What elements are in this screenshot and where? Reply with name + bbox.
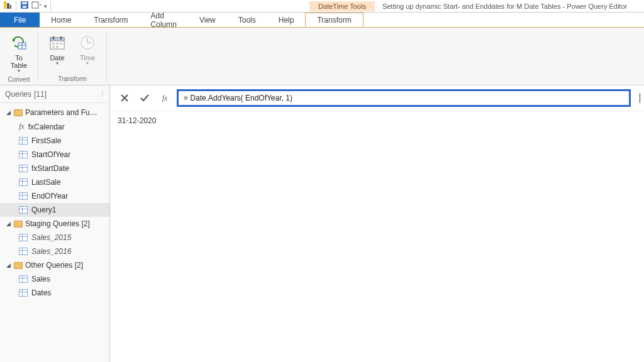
tree-group[interactable]: ◢Other Queries [2]: [0, 258, 109, 272]
queries-title: Queries: [5, 90, 31, 99]
qat-dropdown-icon[interactable]: ▾: [44, 3, 47, 9]
table-icon: [19, 178, 28, 186]
separator: [50, 1, 51, 11]
ribbon-body: To Table ▾ Convert Date ▾ Time ▾ Tr: [0, 28, 644, 85]
chevron-left-icon[interactable]: 〈: [97, 89, 104, 99]
separator: [16, 1, 16, 11]
queries-pane: Queries [11] 〈 ◢Parameters and Fu…fxfxCa…: [0, 85, 110, 362]
date-button[interactable]: Date ▾: [43, 31, 71, 67]
tree-item-label: Sales: [31, 275, 50, 283]
tab-file[interactable]: File: [0, 13, 40, 27]
table-icon: [19, 206, 28, 214]
result-value: 31-12-2020: [118, 116, 156, 125]
table-icon: [19, 289, 28, 297]
contextual-tab-label: DateTime Tools: [309, 1, 375, 11]
svg-rect-5: [23, 6, 26, 8]
tree-item[interactable]: Sales: [0, 272, 109, 286]
tree-item[interactable]: EndOfYear: [0, 189, 109, 203]
tree-item[interactable]: Sales_2016: [0, 244, 109, 258]
tree-item-label: Sales_2015: [31, 233, 71, 242]
tree-item-label: Sales_2016: [31, 247, 71, 256]
queries-count: [11]: [34, 90, 47, 99]
chevron-down-icon: ▾: [86, 62, 89, 65]
svg-rect-11: [50, 38, 64, 41]
tree-group-label: Parameters and Fu…: [25, 108, 97, 117]
save-icon[interactable]: [19, 0, 30, 12]
tree-item-label: LastSale: [31, 178, 61, 187]
group-label-transform: Transform: [58, 74, 86, 84]
table-icon: [19, 275, 28, 283]
fx-icon: fx: [19, 122, 25, 131]
tree-item[interactable]: StartOfYear: [0, 148, 109, 162]
svg-rect-0: [4, 1, 6, 9]
tree-item[interactable]: Sales_2015: [0, 231, 109, 244]
tree-item[interactable]: Dates: [0, 286, 109, 300]
tree-group-label: Staging Queries [2]: [25, 219, 90, 228]
commit-button[interactable]: [136, 90, 153, 106]
date-icon: [48, 33, 66, 53]
svg-rect-6: [32, 2, 38, 8]
tab-home[interactable]: Home: [40, 13, 82, 27]
queries-tree: ◢Parameters and Fu…fxfxCalendarFirstSale…: [0, 103, 109, 302]
undo-dropdown-icon[interactable]: [31, 0, 42, 12]
formula-text: = Date.AddYears( EndOfYear, 1): [184, 94, 292, 102]
tree-item-label: Dates: [31, 288, 51, 297]
tree-item-label: Query1: [31, 206, 56, 214]
group-label-convert: Convert: [8, 74, 30, 84]
chevron-down-icon: ▾: [56, 62, 58, 65]
tree-group-label: Other Queries [2]: [25, 261, 83, 270]
folder-icon: [14, 262, 23, 269]
svg-rect-18: [56, 46, 58, 48]
time-button[interactable]: Time ▾: [74, 31, 101, 67]
svg-rect-14: [52, 43, 55, 45]
fx-button[interactable]: fx: [157, 90, 173, 106]
tree-item[interactable]: LastSale: [0, 175, 109, 189]
ribbon-group-convert: To Table ▾ Convert: [0, 28, 38, 85]
svg-rect-2: [10, 5, 11, 9]
folder-icon: [14, 109, 23, 116]
content-area: fx = Date.AddYears( EndOfYear, 1) 31-12-…: [110, 85, 644, 362]
tab-help[interactable]: Help: [267, 13, 306, 27]
fx-icon: fx: [162, 94, 168, 103]
quick-access-toolbar: ▾: [0, 0, 55, 12]
tree-item-label: fxStartDate: [31, 164, 69, 173]
tree-group[interactable]: ◢Parameters and Fu…: [0, 106, 109, 119]
tree-item[interactable]: fxfxCalendar: [0, 119, 109, 134]
tab-context-transform[interactable]: Transform: [305, 13, 363, 27]
table-icon: [19, 165, 28, 172]
tree-item-label: StartOfYear: [31, 150, 70, 159]
time-icon: [79, 33, 96, 53]
tree-item[interactable]: fxStartDate: [0, 162, 109, 175]
tree-group[interactable]: ◢Staging Queries [2]: [0, 217, 109, 231]
tree-item[interactable]: FirstSale: [0, 134, 109, 148]
app-icon: [3, 0, 13, 12]
twisty-icon: ◢: [6, 221, 11, 227]
to-table-icon: [9, 33, 28, 53]
result-area: 31-12-2020: [110, 111, 644, 130]
tab-view[interactable]: View: [188, 13, 227, 27]
tab-tools[interactable]: Tools: [227, 13, 267, 27]
queries-header[interactable]: Queries [11] 〈: [0, 85, 109, 103]
table-icon: [19, 192, 28, 200]
tab-add-column[interactable]: Add Column: [140, 13, 188, 27]
title-bar: ▾ DateTime Tools Setting up dynamic Star…: [0, 0, 644, 13]
svg-rect-1: [7, 3, 9, 9]
svg-rect-17: [52, 46, 55, 48]
cancel-button[interactable]: [116, 90, 133, 106]
tab-transform[interactable]: Transform: [82, 13, 139, 27]
formula-bar[interactable]: = Date.AddYears( EndOfYear, 1): [177, 89, 631, 107]
svg-rect-15: [56, 43, 58, 45]
table-icon: [19, 234, 28, 241]
tree-item[interactable]: Query1: [0, 203, 109, 217]
to-table-label: To Table: [11, 54, 27, 69]
tree-item-label: FirstSale: [31, 136, 61, 145]
twisty-icon: ◢: [6, 262, 11, 268]
twisty-icon: ◢: [6, 109, 11, 116]
table-icon: [19, 151, 28, 158]
svg-rect-16: [60, 43, 62, 45]
ribbon-tabs: File Home Transform Add Column View Tool…: [0, 13, 644, 28]
document-title: Setting up dynamic Start- and Enddates f…: [375, 1, 644, 11]
to-table-button[interactable]: To Table ▾: [5, 31, 33, 74]
svg-rect-4: [22, 2, 27, 4]
ribbon-group-transform: Date ▾ Time ▾ Transform: [38, 28, 106, 85]
